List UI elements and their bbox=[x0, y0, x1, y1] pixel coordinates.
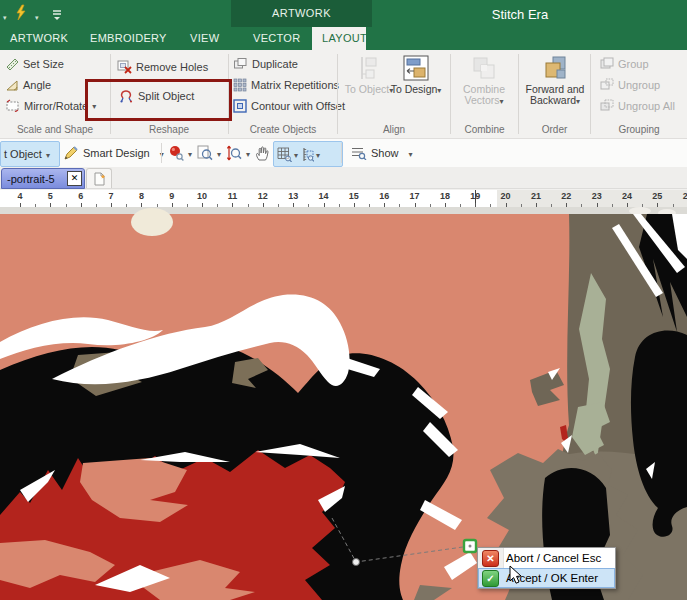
group-separator bbox=[590, 54, 591, 134]
ruler-number: 11 bbox=[228, 191, 238, 201]
page-edge-strip bbox=[0, 207, 687, 214]
artwork-shape bbox=[629, 207, 651, 215]
angle-label: Angle bbox=[23, 79, 51, 91]
design-canvas[interactable] bbox=[0, 207, 687, 600]
combine-vectors-button[interactable]: Combine Vectors bbox=[458, 53, 510, 121]
new-document-tab[interactable] bbox=[86, 168, 112, 188]
ruler-number: 18 bbox=[440, 191, 450, 201]
zoom-window-button[interactable] bbox=[194, 141, 224, 165]
customize-toolbar-icon[interactable] bbox=[52, 7, 62, 25]
show-options-icon bbox=[351, 146, 367, 160]
quick-access-dropdown-icon[interactable] bbox=[35, 6, 39, 24]
tab-view[interactable]: VIEW bbox=[180, 27, 229, 50]
remove-holes-label: Remove Holes bbox=[136, 61, 208, 73]
ruler-number: 15 bbox=[349, 191, 359, 201]
group-label-create-objects: Create Objects bbox=[229, 124, 337, 137]
group-separator bbox=[450, 54, 451, 134]
align-to-design-button[interactable]: To Design bbox=[390, 53, 442, 121]
dropdown-caret-icon bbox=[217, 147, 221, 159]
tab-vector[interactable]: VECTOR bbox=[243, 27, 310, 50]
set-size-label: Set Size bbox=[23, 58, 64, 70]
dropdown-caret-icon[interactable] bbox=[294, 148, 298, 160]
dropdown-caret-icon bbox=[246, 147, 250, 159]
dropdown-caret-icon bbox=[437, 83, 441, 95]
ruler-number: 20 bbox=[501, 191, 511, 201]
forward-and-backward-button[interactable]: Forward and Backward bbox=[522, 53, 588, 121]
duplicate-button[interactable]: Duplicate bbox=[233, 55, 298, 72]
ruler-number: 6 bbox=[78, 191, 83, 201]
menu-item-accept[interactable]: Accept / OK Enter bbox=[478, 568, 615, 588]
lightning-bolt-icon[interactable] bbox=[14, 4, 28, 26]
align-to-object-icon bbox=[356, 55, 382, 81]
ungroup-all-label: Ungroup All bbox=[618, 100, 675, 112]
ribbon: Set Size Angle Mirror/Rotate Scale and S… bbox=[0, 50, 687, 139]
ruler-number: 17 bbox=[410, 191, 420, 201]
contour-with-offset-button[interactable]: Contour with Offset bbox=[233, 97, 345, 114]
ruler-number: 7 bbox=[109, 191, 114, 201]
ungroup-button[interactable]: Ungroup bbox=[600, 76, 660, 93]
dropdown-caret-icon bbox=[46, 148, 50, 160]
contour-with-offset-label: Contour with Offset bbox=[251, 100, 345, 112]
tab-artwork[interactable]: ARTWORK bbox=[0, 27, 78, 50]
remove-holes-button[interactable]: Remove Holes bbox=[117, 58, 208, 75]
ruler-number: 10 bbox=[197, 191, 207, 201]
menu-item-abort[interactable]: Abort / Cancel Esc bbox=[478, 548, 615, 568]
quick-access-dropdown-icon[interactable] bbox=[3, 6, 7, 24]
ruler-number: 26 bbox=[683, 191, 687, 201]
ruler-number: 24 bbox=[622, 191, 632, 201]
pan-button[interactable] bbox=[251, 141, 274, 165]
document-tab-active[interactable]: -portrait-5 bbox=[1, 168, 85, 189]
mouse-cursor bbox=[509, 565, 523, 585]
ungroup-all-icon bbox=[600, 99, 614, 112]
ruler-number: 22 bbox=[561, 191, 571, 201]
red-ball-magnifier-icon bbox=[168, 145, 184, 161]
show-label: Show bbox=[371, 147, 399, 159]
align-to-object-button[interactable]: To Object bbox=[343, 53, 395, 121]
group-separator bbox=[110, 54, 111, 134]
ruler-number: 8 bbox=[139, 191, 144, 201]
combine-vectors-icon bbox=[471, 55, 497, 81]
group-label-grouping: Grouping bbox=[591, 124, 687, 137]
smart-design-label: Smart Design bbox=[83, 147, 150, 159]
show-button[interactable]: Show bbox=[348, 141, 416, 165]
abort-x-icon bbox=[482, 550, 499, 567]
toolbar: t Object Smart Design Show bbox=[0, 139, 687, 168]
document-tab-bar: -portrait-5 bbox=[0, 167, 687, 189]
group-label-order: Order bbox=[519, 124, 590, 137]
grid-and-guides-group bbox=[273, 141, 343, 167]
tab-embroidery[interactable]: EMBROIDERY bbox=[80, 27, 177, 50]
application-window: { "title_bar": { "app_title": "Stitch Er… bbox=[0, 0, 687, 600]
ruler-number: 21 bbox=[531, 191, 541, 201]
ungroup-icon bbox=[600, 78, 614, 91]
split-object-label: Split Object bbox=[138, 90, 194, 102]
matrix-repetitions-button[interactable]: Matrix Repetitions bbox=[233, 76, 339, 93]
ruler-number: 23 bbox=[592, 191, 602, 201]
dropdown-caret-icon bbox=[500, 94, 504, 106]
grid-icon[interactable] bbox=[277, 147, 292, 162]
dropdown-caret-icon bbox=[409, 147, 413, 159]
set-size-button[interactable]: Set Size bbox=[5, 55, 64, 72]
angle-button[interactable]: Angle bbox=[5, 76, 51, 93]
object-mode-button[interactable]: t Object bbox=[0, 141, 60, 167]
app-title: Stitch Era bbox=[420, 7, 620, 22]
group-button[interactable]: Group bbox=[600, 55, 649, 72]
ruler-number: 25 bbox=[652, 191, 662, 201]
close-document-icon[interactable] bbox=[67, 171, 82, 186]
artwork-cream-blob bbox=[131, 208, 173, 236]
bezier-node-handle[interactable] bbox=[353, 559, 360, 566]
pencil-icon bbox=[63, 145, 79, 161]
matrix-repetitions-label: Matrix Repetitions bbox=[251, 79, 339, 91]
zoom-scale-button[interactable] bbox=[223, 141, 253, 165]
dropdown-caret-icon[interactable] bbox=[316, 148, 320, 160]
group-label-align: Align bbox=[338, 124, 450, 137]
mirror-rotate-button[interactable]: Mirror/Rotate bbox=[5, 97, 96, 114]
split-object-button[interactable]: Split Object bbox=[119, 87, 194, 104]
ruler-number: 14 bbox=[318, 191, 328, 201]
ruler-guides-icon[interactable] bbox=[300, 147, 314, 162]
ungroup-all-button[interactable]: Ungroup All bbox=[600, 97, 675, 114]
group-separator bbox=[337, 54, 338, 134]
dropdown-caret-icon bbox=[576, 94, 580, 106]
smart-design-button[interactable]: Smart Design bbox=[60, 141, 167, 165]
tab-layout[interactable]: LAYOUT bbox=[312, 27, 366, 50]
zoom-to-object-button[interactable] bbox=[165, 141, 195, 165]
